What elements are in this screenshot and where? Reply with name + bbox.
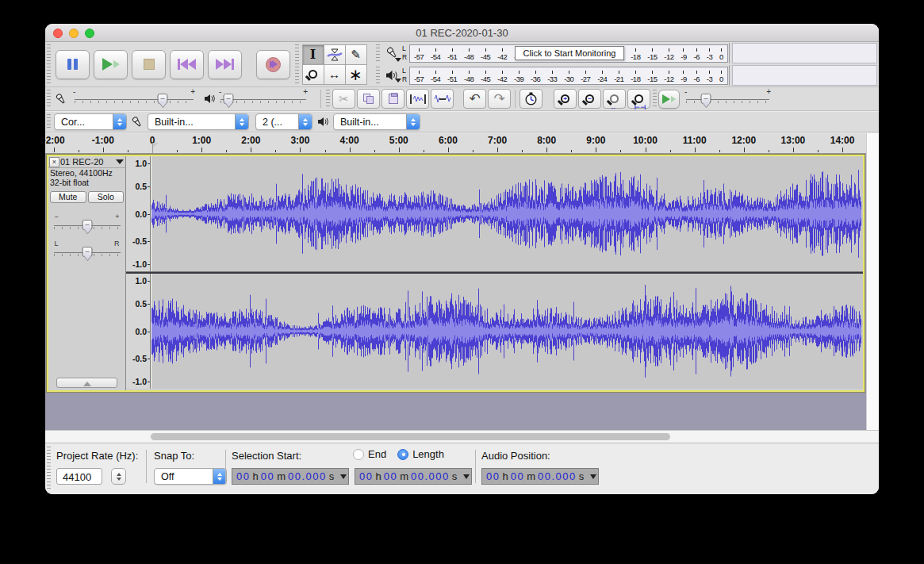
pan-slider-thumb[interactable] bbox=[82, 247, 92, 257]
end-radio[interactable]: End bbox=[353, 448, 386, 460]
meter-dropdown-arrow[interactable] bbox=[395, 58, 401, 62]
hours-value[interactable]: 00 bbox=[236, 470, 250, 482]
stop-button[interactable] bbox=[132, 50, 166, 79]
audio-track[interactable]: × 01 REC-20 Stereo, 44100Hz 32-bit float… bbox=[47, 155, 865, 392]
timefield-dropdown-arrow[interactable] bbox=[463, 474, 470, 479]
playback-meter[interactable]: L R -57-54-51-48-45-42-39-36-33-30-27-24… bbox=[374, 64, 879, 86]
track-collapse-button[interactable] bbox=[56, 378, 117, 388]
waveform-left[interactable] bbox=[151, 156, 863, 271]
copy-button[interactable] bbox=[357, 89, 380, 109]
playback-volume-slider[interactable]: - + bbox=[220, 93, 306, 106]
start-monitoring-button[interactable]: Click to Start Monitoring bbox=[515, 46, 624, 60]
selection-tool-button[interactable]: I bbox=[302, 44, 324, 65]
silence-audio-button[interactable] bbox=[431, 89, 454, 109]
vertical-ruler-left[interactable]: 1.00.50.0-0.5-1.0 bbox=[126, 156, 151, 271]
recording-volume-slider[interactable]: - + bbox=[75, 93, 194, 106]
fit-project-button[interactable]: ⊢⊣ bbox=[627, 89, 650, 109]
tools-toolbar-grip[interactable] bbox=[295, 44, 299, 84]
snap-to-select[interactable]: Off bbox=[154, 468, 227, 485]
undo-button[interactable]: ↶ bbox=[463, 89, 486, 109]
timeshift-tool-button[interactable]: ↔ bbox=[324, 64, 346, 85]
recording-channels-select[interactable]: 2 (... bbox=[255, 113, 312, 130]
meter-dropdown-arrow[interactable] bbox=[395, 79, 401, 82]
zoom-in-button[interactable]: + bbox=[554, 89, 577, 109]
radio-selected-icon[interactable] bbox=[397, 449, 408, 460]
selection-length-field[interactable]: 00h00m00.000s bbox=[355, 468, 472, 485]
stopwatch-button[interactable] bbox=[520, 89, 543, 109]
zoom-out-button[interactable]: − bbox=[578, 89, 601, 109]
playhead-marker[interactable] bbox=[152, 143, 159, 153]
fit-selection-button[interactable]: ↔ bbox=[603, 89, 626, 109]
timefield-dropdown-arrow[interactable] bbox=[340, 474, 347, 479]
radio-circle-icon[interactable] bbox=[353, 449, 364, 460]
waveform-right[interactable] bbox=[151, 274, 863, 389]
gain-slider-thumb[interactable] bbox=[82, 220, 92, 230]
gain-slider[interactable]: −+ bbox=[54, 213, 121, 232]
playback-meter-speaker[interactable] bbox=[381, 70, 402, 81]
track-area[interactable]: × 01 REC-20 Stereo, 44100Hz 32-bit float… bbox=[45, 154, 866, 430]
minutes-value[interactable]: 00 bbox=[511, 470, 524, 482]
track-control-panel[interactable]: × 01 REC-20 Stereo, 44100Hz 32-bit float… bbox=[48, 156, 126, 390]
playback-meter-bar-area[interactable] bbox=[732, 65, 877, 86]
seconds-value[interactable]: 00.000 bbox=[538, 470, 577, 482]
play-at-speed-grip[interactable] bbox=[653, 90, 657, 108]
waveform-canvas-right[interactable] bbox=[151, 274, 861, 389]
zoom-tool-button[interactable] bbox=[302, 64, 324, 85]
vertical-ruler-right[interactable]: 1.00.50.0-0.5-1.0 bbox=[126, 274, 151, 389]
playback-device-select[interactable]: Built-in... bbox=[333, 113, 420, 130]
recording-meter-mic[interactable] bbox=[381, 47, 402, 60]
record-button[interactable] bbox=[256, 50, 290, 79]
timefield-dropdown-arrow[interactable] bbox=[590, 474, 596, 479]
mute-button[interactable]: Mute bbox=[50, 191, 86, 203]
track-close-button[interactable]: × bbox=[49, 157, 59, 167]
transport-toolbar-grip[interactable] bbox=[47, 44, 51, 84]
horizontal-scrollbar[interactable] bbox=[45, 430, 879, 443]
timeline-ruler[interactable]: -2:00-1:0001:002:003:004:005:006:007:008… bbox=[45, 133, 866, 154]
trim-audio-button[interactable] bbox=[406, 89, 429, 109]
recording-volume-thumb[interactable] bbox=[158, 94, 168, 104]
recording-meter-scale[interactable]: -57-54-51-48-45-42-39-36-33-30-27-24-21-… bbox=[409, 44, 728, 63]
play-button[interactable] bbox=[94, 50, 128, 79]
redo-button[interactable]: ↷ bbox=[488, 89, 511, 109]
pause-button[interactable] bbox=[56, 50, 90, 79]
recording-meter-grip[interactable] bbox=[376, 44, 380, 62]
recording-device-select[interactable]: Built-in... bbox=[148, 113, 249, 130]
project-rate-input[interactable] bbox=[56, 468, 102, 485]
hours-value[interactable]: 00 bbox=[486, 470, 500, 482]
project-rate-stepper[interactable] bbox=[111, 468, 126, 485]
edit-toolbar-grip[interactable] bbox=[326, 90, 330, 108]
horizontal-scrollbar-thumb[interactable] bbox=[151, 433, 670, 440]
multi-tool-button[interactable]: ∗ bbox=[345, 64, 367, 85]
track-menu-arrow[interactable] bbox=[116, 159, 124, 164]
skip-to-start-button[interactable] bbox=[170, 50, 204, 79]
playback-volume-thumb[interactable] bbox=[223, 94, 233, 104]
playback-speed-thumb[interactable] bbox=[701, 94, 711, 104]
seconds-value[interactable]: 00.000 bbox=[411, 470, 450, 482]
paste-button[interactable] bbox=[381, 89, 404, 109]
audio-host-select[interactable]: Cor... bbox=[54, 113, 127, 130]
play-at-speed-button[interactable] bbox=[658, 90, 680, 109]
seconds-value[interactable]: 00.000 bbox=[288, 470, 327, 482]
minutes-value[interactable]: 00 bbox=[384, 470, 397, 482]
draw-tool-button[interactable]: ✎ bbox=[345, 44, 367, 65]
track-title[interactable]: 01 REC-20 bbox=[60, 157, 116, 167]
playback-meter-scale[interactable]: -57-54-51-48-45-42-39-36-33-30-27-24-21-… bbox=[409, 67, 728, 85]
waveform-canvas-left[interactable] bbox=[151, 156, 861, 271]
title-bar[interactable]: 01 REC-2020-01-30 bbox=[45, 24, 879, 42]
selection-toolbar-grip[interactable] bbox=[47, 447, 51, 489]
audio-position-field[interactable]: 00h00m00.000s bbox=[481, 468, 599, 485]
skip-to-end-button[interactable] bbox=[208, 50, 242, 79]
mixer-toolbar-grip[interactable] bbox=[47, 90, 51, 108]
minutes-value[interactable]: 00 bbox=[261, 470, 274, 482]
envelope-tool-button[interactable] bbox=[324, 44, 346, 65]
recording-meter[interactable]: L R -57-54-51-48-45-42-39-36-33-30-27-24… bbox=[374, 42, 879, 64]
recording-meter-bar-area[interactable] bbox=[732, 43, 877, 63]
playback-speed-slider[interactable]: - + bbox=[686, 93, 769, 106]
vertical-scrollbar-area[interactable] bbox=[866, 133, 879, 430]
selection-start-field[interactable]: 00h00m00.000s bbox=[232, 468, 349, 485]
cut-button[interactable]: ✂ bbox=[332, 89, 355, 109]
device-toolbar-grip[interactable] bbox=[47, 114, 51, 129]
solo-button[interactable]: Solo bbox=[88, 191, 125, 203]
pan-slider[interactable]: LR bbox=[54, 240, 121, 259]
hours-value[interactable]: 00 bbox=[359, 470, 373, 482]
